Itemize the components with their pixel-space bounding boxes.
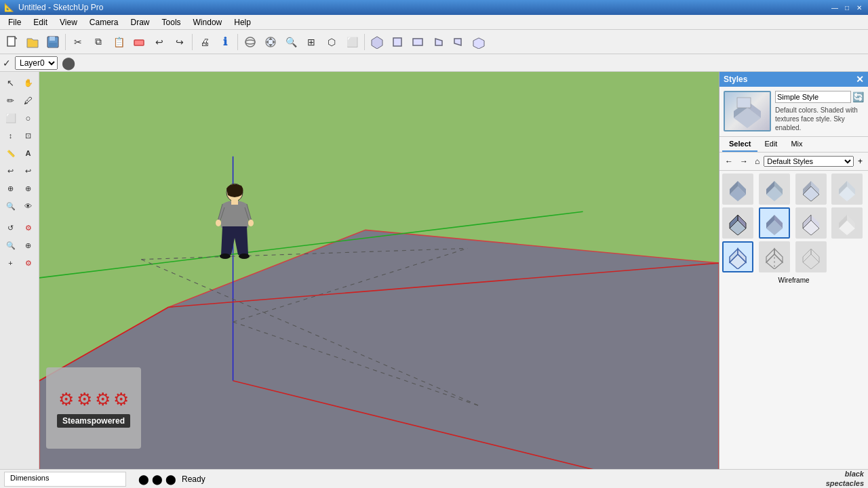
copy-button[interactable]: ⧉ <box>89 33 108 52</box>
tape-tool[interactable]: 📏 <box>3 145 19 161</box>
status-icon-3[interactable]: ⬤ <box>165 474 176 485</box>
svg-marker-18 <box>473 38 484 49</box>
style-item-7[interactable] <box>831 207 863 239</box>
style-info: 🔄 Default colors. Shaded with textures f… <box>775 91 864 132</box>
zoom-extents-button[interactable]: ⊞ <box>302 33 321 52</box>
styles-collection-select[interactable]: Default Styles <box>764 156 854 167</box>
style-item-8[interactable] <box>759 241 790 272</box>
front-view-button[interactable] <box>408 33 427 52</box>
add-style-button[interactable]: + <box>855 155 865 167</box>
style-name-field[interactable] <box>775 91 851 103</box>
new-button[interactable] <box>3 33 22 52</box>
svg-marker-79 <box>811 249 819 262</box>
window-controls[interactable]: — □ ✕ <box>830 3 864 12</box>
tab-select[interactable]: Select <box>722 137 757 152</box>
style-item-4[interactable] <box>722 207 753 239</box>
home-style-button[interactable]: ⌂ <box>752 155 762 167</box>
protractor-tool[interactable]: ⚙ <box>20 255 37 271</box>
style-item-0[interactable] <box>722 174 753 205</box>
viewport[interactable]: ⚙ ⚙ ⚙ ⚙ Steamspowered <box>39 72 719 469</box>
tab-mix[interactable]: Mix <box>784 137 809 152</box>
walk-tool[interactable]: ↺ <box>3 220 19 236</box>
menu-window[interactable]: Window <box>188 16 228 28</box>
style-item-9[interactable] <box>795 241 827 272</box>
perspective-button[interactable]: ⬡ <box>322 33 341 52</box>
layer-select[interactable]: Layer0 <box>15 56 58 70</box>
section-tool[interactable]: ⊕ <box>20 237 37 253</box>
circle-tool[interactable]: ○ <box>20 110 37 126</box>
zoom-view-tool[interactable]: 🔍 <box>3 198 19 214</box>
follow-me-tool[interactable]: ⚙ <box>20 220 37 236</box>
svg-point-34 <box>239 253 250 259</box>
orbit-button[interactable] <box>241 33 260 52</box>
styles-title-bar: Styles ✕ <box>719 72 868 87</box>
forward-style-button[interactable]: → <box>737 155 751 167</box>
component-tool[interactable]: ⊕ <box>20 180 37 197</box>
status-icon-2[interactable]: ⬤ <box>152 474 163 485</box>
ready-status: Ready <box>182 474 205 484</box>
menu-view[interactable]: View <box>54 16 83 28</box>
line-tool[interactable]: ✏ <box>3 92 19 108</box>
layer-check[interactable]: ✓ <box>3 58 11 68</box>
menu-tools[interactable]: Tools <box>157 16 186 28</box>
back-style-button[interactable]: ← <box>722 155 736 167</box>
pan-button[interactable] <box>261 33 280 52</box>
style-item-1[interactable] <box>759 174 790 205</box>
status-icon-1[interactable]: ⬤ <box>138 474 149 485</box>
offset-tool[interactable]: ⊡ <box>20 127 37 144</box>
iso-view-button[interactable] <box>368 33 387 52</box>
svg-rect-5 <box>134 40 144 45</box>
bottom-view-button[interactable] <box>469 33 488 52</box>
menu-file[interactable]: File <box>3 16 26 28</box>
parallel-button[interactable]: ⬜ <box>342 33 361 52</box>
cut-button[interactable]: ✂ <box>68 33 87 52</box>
print-button[interactable]: 🖨 <box>195 33 214 52</box>
svg-point-33 <box>220 253 231 259</box>
style-item-2[interactable] <box>795 174 827 205</box>
style-item-5[interactable] <box>759 207 790 239</box>
maximize-btn[interactable]: □ <box>842 3 852 12</box>
menu-help[interactable]: Help <box>229 16 256 28</box>
rectangle-tool[interactable]: ⬜ <box>3 110 19 126</box>
main-area: ↖ ✋ ✏ 🖊 ⬜ ○ ↕ ⊡ 📏 A ↩ ↩ ⊕ ⊕ 🔍 👁 <box>0 72 868 469</box>
select-tool[interactable]: ↖ <box>3 75 19 91</box>
dimension-tool[interactable]: + <box>3 255 19 271</box>
menu-draw[interactable]: Draw <box>125 16 155 28</box>
close-btn[interactable]: ✕ <box>854 3 864 12</box>
dimensions-field[interactable]: Dimensions <box>4 472 126 487</box>
sep2 <box>192 34 193 50</box>
minimize-btn[interactable]: — <box>830 3 840 12</box>
paint-tool[interactable]: ⊕ <box>3 180 19 197</box>
menu-camera[interactable]: Camera <box>84 16 124 28</box>
save-button[interactable] <box>43 33 62 52</box>
back-view-button[interactable] <box>449 33 468 52</box>
style-name-bar: 🔄 <box>775 91 864 103</box>
styles-close-button[interactable]: ✕ <box>856 74 864 85</box>
model-info-icon[interactable]: ⬤ <box>62 56 75 70</box>
move-tool[interactable]: ✋ <box>20 75 37 91</box>
redo-button[interactable]: ↪ <box>170 33 189 52</box>
tab-edit[interactable]: Edit <box>757 137 784 152</box>
svg-marker-1 <box>15 37 17 39</box>
pencil-tool[interactable]: 🖊 <box>20 92 37 108</box>
rotate-tool[interactable]: ↩ <box>3 163 19 179</box>
zoom-button[interactable]: 🔍 <box>281 33 300 52</box>
right-view-button[interactable] <box>429 33 448 52</box>
menu-edit[interactable]: Edit <box>28 16 53 28</box>
look-around-tool[interactable]: 👁 <box>20 198 37 214</box>
info-button[interactable]: ℹ <box>216 33 235 52</box>
erase-button[interactable] <box>130 33 149 52</box>
zoom2-tool[interactable]: 🔍 <box>3 237 19 253</box>
paste-button[interactable]: 📋 <box>109 33 128 52</box>
style-item-6[interactable] <box>795 207 827 239</box>
open-button[interactable] <box>23 33 42 52</box>
style-item-3[interactable] <box>831 174 863 205</box>
top-view-button[interactable] <box>388 33 407 52</box>
style-item-wireframe[interactable] <box>722 241 753 272</box>
styles-update-button[interactable]: 🔄 <box>852 92 864 102</box>
scale-tool[interactable]: ↩ <box>20 163 37 179</box>
text-tool[interactable]: A <box>20 145 37 161</box>
push-pull-tool[interactable]: ↕ <box>3 127 19 144</box>
undo-button[interactable]: ↩ <box>150 33 169 52</box>
styles-grid <box>719 171 868 275</box>
